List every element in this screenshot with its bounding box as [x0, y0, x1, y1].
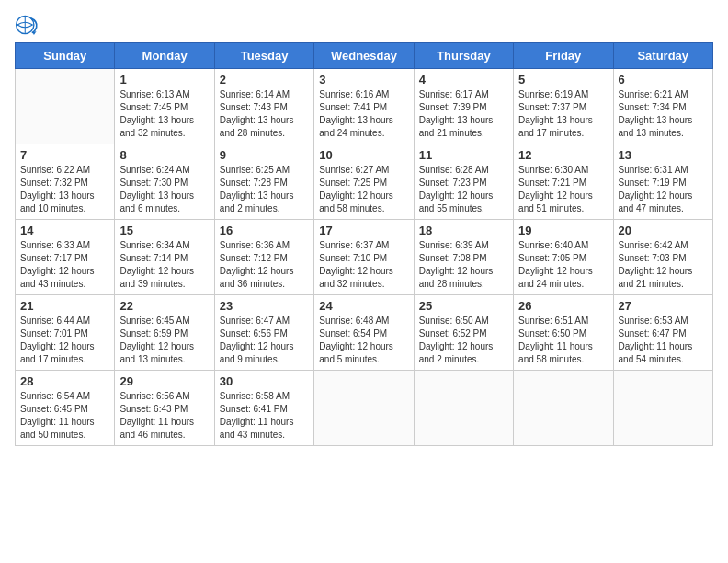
day-number: 14: [20, 224, 109, 237]
calendar-cell: [314, 371, 414, 446]
day-info: Sunrise: 6:24 AMSunset: 7:30 PMDaylight:…: [119, 164, 209, 215]
calendar-week-row: 1Sunrise: 6:13 AMSunset: 7:45 PMDaylight…: [16, 69, 713, 144]
day-info: Sunrise: 6:58 AMSunset: 6:41 PMDaylight:…: [220, 390, 309, 442]
day-number: 8: [119, 148, 209, 162]
day-info: Sunrise: 6:45 AMSunset: 6:59 PMDaylight:…: [119, 315, 209, 366]
day-info: Sunrise: 6:21 AMSunset: 7:34 PMDaylight:…: [619, 88, 708, 140]
day-number: 22: [119, 299, 209, 313]
day-number: 29: [119, 374, 209, 388]
day-info: Sunrise: 6:33 AMSunset: 7:17 PMDaylight:…: [20, 239, 109, 291]
calendar-cell: 14Sunrise: 6:33 AMSunset: 7:17 PMDayligh…: [16, 220, 115, 295]
calendar-cell: 18Sunrise: 6:39 AMSunset: 7:08 PMDayligh…: [414, 220, 513, 295]
day-number: 4: [419, 73, 508, 86]
calendar-cell: [613, 371, 712, 446]
calendar-cell: 17Sunrise: 6:37 AMSunset: 7:10 PMDayligh…: [314, 220, 414, 295]
calendar-body: 1Sunrise: 6:13 AMSunset: 7:45 PMDaylight…: [16, 69, 713, 446]
calendar-cell: 8Sunrise: 6:24 AMSunset: 7:30 PMDaylight…: [115, 144, 214, 220]
day-number: 11: [419, 148, 508, 162]
day-number: 10: [319, 148, 408, 162]
day-number: 16: [220, 224, 309, 237]
calendar-cell: 24Sunrise: 6:48 AMSunset: 6:54 PMDayligh…: [314, 295, 414, 371]
day-info: Sunrise: 6:17 AMSunset: 7:39 PMDaylight:…: [419, 88, 508, 140]
calendar-week-row: 7Sunrise: 6:22 AMSunset: 7:32 PMDaylight…: [16, 144, 713, 220]
calendar-cell: [414, 371, 513, 446]
calendar-cell: 12Sunrise: 6:30 AMSunset: 7:21 PMDayligh…: [514, 144, 613, 220]
day-info: Sunrise: 6:36 AMSunset: 7:12 PMDaylight:…: [220, 239, 309, 291]
day-number: 30: [220, 374, 309, 388]
day-info: Sunrise: 6:13 AMSunset: 7:45 PMDaylight:…: [119, 88, 209, 140]
day-info: Sunrise: 6:14 AMSunset: 7:43 PMDaylight:…: [220, 88, 309, 140]
day-number: 5: [518, 73, 608, 86]
day-number: 3: [319, 73, 408, 86]
day-number: 12: [518, 148, 608, 162]
day-number: 1: [119, 73, 209, 86]
day-info: Sunrise: 6:39 AMSunset: 7:08 PMDaylight:…: [419, 239, 508, 291]
day-number: 21: [20, 299, 109, 313]
day-number: 24: [319, 299, 408, 313]
day-info: Sunrise: 6:22 AMSunset: 7:32 PMDaylight:…: [20, 164, 109, 215]
day-number: 25: [419, 299, 508, 313]
calendar-cell: 11Sunrise: 6:28 AMSunset: 7:23 PMDayligh…: [414, 144, 513, 220]
calendar-cell: 2Sunrise: 6:14 AMSunset: 7:43 PMDaylight…: [214, 69, 313, 144]
calendar-cell: 30Sunrise: 6:58 AMSunset: 6:41 PMDayligh…: [214, 371, 313, 446]
day-info: Sunrise: 6:37 AMSunset: 7:10 PMDaylight:…: [319, 239, 408, 291]
calendar-week-row: 14Sunrise: 6:33 AMSunset: 7:17 PMDayligh…: [16, 220, 713, 295]
weekday-header-tuesday: Tuesday: [214, 43, 313, 69]
day-number: 26: [518, 299, 608, 313]
calendar-cell: [514, 371, 613, 446]
day-number: 7: [20, 148, 109, 162]
day-info: Sunrise: 6:34 AMSunset: 7:14 PMDaylight:…: [119, 239, 209, 291]
calendar-cell: 16Sunrise: 6:36 AMSunset: 7:12 PMDayligh…: [214, 220, 313, 295]
day-info: Sunrise: 6:50 AMSunset: 6:52 PMDaylight:…: [419, 315, 508, 366]
calendar-cell: 9Sunrise: 6:25 AMSunset: 7:28 PMDaylight…: [214, 144, 313, 220]
day-info: Sunrise: 6:53 AMSunset: 6:47 PMDaylight:…: [619, 315, 708, 366]
calendar-header: SundayMondayTuesdayWednesdayThursdayFrid…: [16, 43, 713, 69]
weekday-header-wednesday: Wednesday: [314, 43, 414, 69]
day-info: Sunrise: 6:16 AMSunset: 7:41 PMDaylight:…: [319, 88, 408, 140]
page-header: [15, 15, 713, 35]
weekday-header-row: SundayMondayTuesdayWednesdayThursdayFrid…: [16, 43, 713, 69]
weekday-header-thursday: Thursday: [414, 43, 513, 69]
calendar-cell: 4Sunrise: 6:17 AMSunset: 7:39 PMDaylight…: [414, 69, 513, 144]
calendar-cell: 26Sunrise: 6:51 AMSunset: 6:50 PMDayligh…: [514, 295, 613, 371]
calendar-cell: 19Sunrise: 6:40 AMSunset: 7:05 PMDayligh…: [514, 220, 613, 295]
calendar-cell: 28Sunrise: 6:54 AMSunset: 6:45 PMDayligh…: [16, 371, 115, 446]
day-info: Sunrise: 6:51 AMSunset: 6:50 PMDaylight:…: [518, 315, 608, 366]
day-info: Sunrise: 6:47 AMSunset: 6:56 PMDaylight:…: [220, 315, 309, 366]
day-info: Sunrise: 6:30 AMSunset: 7:21 PMDaylight:…: [518, 164, 608, 215]
day-number: 15: [119, 224, 209, 237]
calendar-cell: 7Sunrise: 6:22 AMSunset: 7:32 PMDaylight…: [16, 144, 115, 220]
calendar-cell: 1Sunrise: 6:13 AMSunset: 7:45 PMDaylight…: [115, 69, 214, 144]
calendar-cell: 27Sunrise: 6:53 AMSunset: 6:47 PMDayligh…: [613, 295, 712, 371]
calendar-cell: 5Sunrise: 6:19 AMSunset: 7:37 PMDaylight…: [514, 69, 613, 144]
day-info: Sunrise: 6:28 AMSunset: 7:23 PMDaylight:…: [419, 164, 508, 215]
day-number: 19: [518, 224, 608, 237]
day-info: Sunrise: 6:44 AMSunset: 7:01 PMDaylight:…: [20, 315, 109, 366]
day-info: Sunrise: 6:48 AMSunset: 6:54 PMDaylight:…: [319, 315, 408, 366]
calendar-cell: 6Sunrise: 6:21 AMSunset: 7:34 PMDaylight…: [613, 69, 712, 144]
calendar-cell: [16, 69, 115, 144]
day-info: Sunrise: 6:27 AMSunset: 7:25 PMDaylight:…: [319, 164, 408, 215]
logo: [15, 15, 44, 35]
calendar-cell: 13Sunrise: 6:31 AMSunset: 7:19 PMDayligh…: [613, 144, 712, 220]
day-number: 6: [619, 73, 708, 86]
day-number: 27: [619, 299, 708, 313]
day-number: 18: [419, 224, 508, 237]
weekday-header-friday: Friday: [514, 43, 613, 69]
day-number: 17: [319, 224, 408, 237]
day-number: 23: [220, 299, 309, 313]
day-number: 9: [220, 148, 309, 162]
logo-icon: [15, 15, 40, 35]
weekday-header-monday: Monday: [115, 43, 214, 69]
calendar-week-row: 21Sunrise: 6:44 AMSunset: 7:01 PMDayligh…: [16, 295, 713, 371]
calendar-cell: 3Sunrise: 6:16 AMSunset: 7:41 PMDaylight…: [314, 69, 414, 144]
calendar-cell: 21Sunrise: 6:44 AMSunset: 7:01 PMDayligh…: [16, 295, 115, 371]
day-info: Sunrise: 6:40 AMSunset: 7:05 PMDaylight:…: [518, 239, 608, 291]
calendar-cell: 29Sunrise: 6:56 AMSunset: 6:43 PMDayligh…: [115, 371, 214, 446]
day-number: 20: [619, 224, 708, 237]
calendar-cell: 10Sunrise: 6:27 AMSunset: 7:25 PMDayligh…: [314, 144, 414, 220]
calendar-cell: 23Sunrise: 6:47 AMSunset: 6:56 PMDayligh…: [214, 295, 313, 371]
day-info: Sunrise: 6:31 AMSunset: 7:19 PMDaylight:…: [619, 164, 708, 215]
calendar-cell: 22Sunrise: 6:45 AMSunset: 6:59 PMDayligh…: [115, 295, 214, 371]
calendar-table: SundayMondayTuesdayWednesdayThursdayFrid…: [15, 42, 713, 446]
